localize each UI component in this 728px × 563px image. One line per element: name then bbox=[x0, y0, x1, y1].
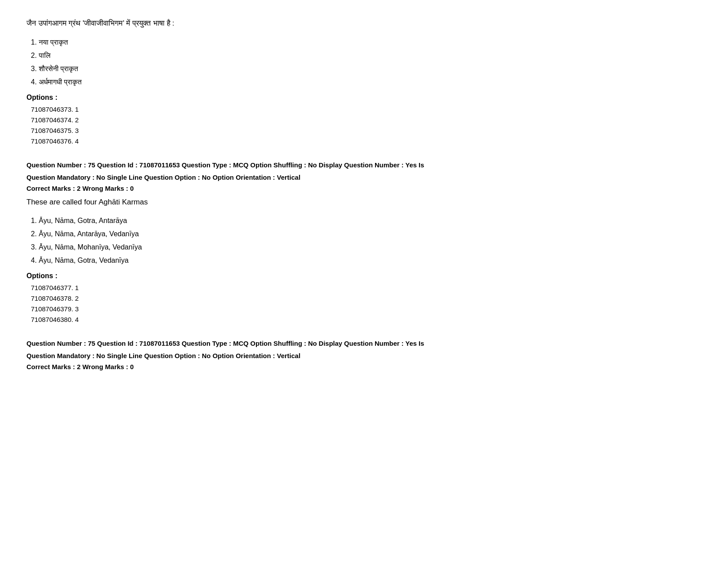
option-id-list: 71087046373. 1 71087046374. 2 7108704637… bbox=[31, 104, 702, 147]
option-id-list: 71087046377. 1 71087046378. 2 7108704637… bbox=[31, 283, 702, 325]
list-item: 71087046377. 1 bbox=[31, 283, 702, 293]
list-item: 4. अर्धमागधी प्राकृत bbox=[31, 77, 702, 87]
list-item: 3. Āyu, Nāma, Mohanīya, Vedanīya bbox=[31, 242, 702, 253]
question-text: These are called four Aghāti Karmas bbox=[26, 196, 702, 208]
list-item: 2. Āyu, Nāma, Antarāya, Vedanīya bbox=[31, 229, 702, 239]
q75-second-section: Question Number : 75 Question Id : 71087… bbox=[26, 338, 702, 370]
list-item: 3. शौरसेनी प्राकृत bbox=[31, 64, 702, 74]
list-item: 71087046379. 3 bbox=[31, 304, 702, 314]
q75-first-section: Question Number : 75 Question Id : 71087… bbox=[26, 160, 702, 325]
hindi-question-text: जैन उपांगआगम ग्रंथ 'जीवाजीवाभिगम' में प्… bbox=[26, 18, 702, 29]
list-item: 71087046376. 4 bbox=[31, 136, 702, 147]
hindi-options-list: 1. नया प्राकृत 2. पालि 3. शौरसेनी प्राकृ… bbox=[31, 37, 702, 87]
marks-line: Correct Marks : 2 Wrong Marks : 0 bbox=[26, 185, 702, 192]
list-item: 71087046374. 2 bbox=[31, 115, 702, 125]
list-item: 71087046378. 2 bbox=[31, 293, 702, 304]
list-item: 71087046380. 4 bbox=[31, 314, 702, 325]
list-item: 1. Āyu, Nāma, Gotra, Antarāya bbox=[31, 215, 702, 226]
hindi-question-section: जैन उपांगआगम ग्रंथ 'जीवाजीवाभिगम' में प्… bbox=[26, 18, 702, 147]
question-meta-line1: Question Number : 75 Question Id : 71087… bbox=[26, 338, 702, 349]
question-meta-line2: Question Mandatory : No Single Line Ques… bbox=[26, 351, 702, 361]
question-meta-line1: Question Number : 75 Question Id : 71087… bbox=[26, 160, 702, 170]
list-item: 1. नया प्राकृत bbox=[31, 37, 702, 48]
list-item: 71087046375. 3 bbox=[31, 125, 702, 136]
options-list: 1. Āyu, Nāma, Gotra, Antarāya 2. Āyu, Nā… bbox=[31, 215, 702, 266]
marks-line: Correct Marks : 2 Wrong Marks : 0 bbox=[26, 363, 702, 370]
options-label: Options : bbox=[26, 272, 702, 280]
list-item: 2. पालि bbox=[31, 50, 702, 61]
options-label: Options : bbox=[26, 94, 702, 102]
list-item: 71087046373. 1 bbox=[31, 104, 702, 115]
list-item: 4. Āyu, Nāma, Gotra, Vedanīya bbox=[31, 255, 702, 266]
question-meta-line2: Question Mandatory : No Single Line Ques… bbox=[26, 172, 702, 183]
